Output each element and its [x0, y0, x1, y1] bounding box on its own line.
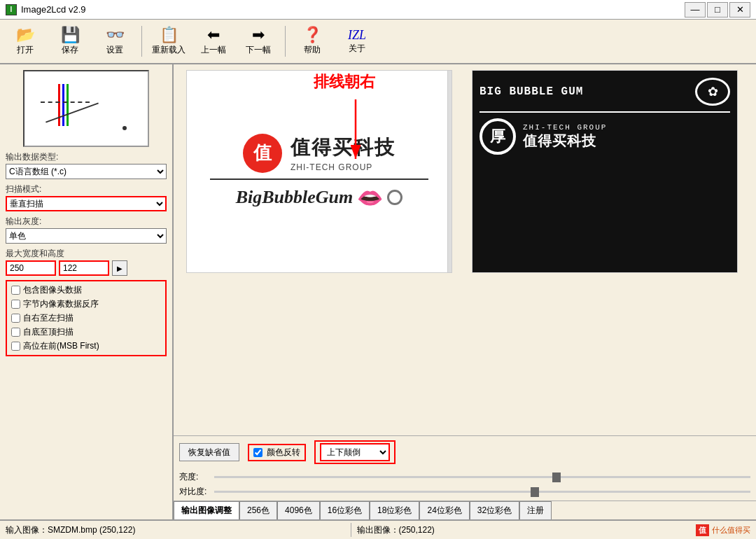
brightness-track[interactable] [214, 476, 750, 478]
maximize-button[interactable]: □ [707, 2, 728, 18]
contrast-track[interactable] [214, 491, 750, 493]
logo-icon: 值 [696, 524, 709, 536]
minimize-button[interactable]: — [685, 2, 706, 18]
preview-line-red [58, 84, 60, 126]
color-invert-group: 颜色反转 [248, 444, 306, 461]
help-icon: ❓ [303, 27, 322, 43]
next-icon: ➡ [252, 27, 265, 43]
help-button[interactable]: ❓ 帮助 [293, 23, 332, 59]
tab-256color[interactable]: 256色 [239, 501, 277, 519]
window-controls: — □ ✕ [685, 2, 750, 18]
prev-icon: ⬅ [207, 27, 220, 43]
tab-output-adjust[interactable]: 输出图像调整 [174, 501, 239, 519]
preview-line-green [66, 84, 69, 126]
save-button[interactable]: 💾 保存 [50, 23, 90, 59]
output-type-label: 输出数据类型: [6, 151, 167, 163]
right-icon: ✿ [695, 78, 730, 106]
contrast-thumb[interactable] [531, 487, 539, 497]
output-type-select[interactable]: C语言数组 (*.c)二进制文件 [6, 164, 167, 179]
preview-diagonal [46, 102, 99, 122]
close-button[interactable]: ✕ [729, 2, 750, 18]
status-divider [351, 523, 351, 537]
separator-line [210, 178, 428, 180]
preview-dashed-line [41, 102, 90, 103]
main-area: 输出数据类型: C语言数组 (*.c)二进制文件 扫描模式: 垂直扫描水平扫描 … [0, 64, 756, 519]
preview-box [23, 70, 149, 147]
restore-default-button[interactable]: 恢复缺省值 [179, 443, 239, 461]
max-size-inputs: ▶ [6, 260, 167, 276]
left-image: 值 值得买科技 ZHI-TECH GROUP BigBubbleGum 👄 [186, 70, 452, 273]
flip-group: 上下颠倒 左右翻转 旋转90° 无 [314, 440, 396, 464]
right-image-bottom: 厚 ZHI-TECH GROUP 值得买科技 [479, 118, 730, 155]
msb-first-input[interactable] [11, 342, 20, 351]
output-gray-select[interactable]: 单色4灰度16灰度 [6, 228, 167, 244]
tab-register[interactable]: 注册 [519, 501, 552, 519]
output-image-status: 输出图像：(250,122) [357, 524, 696, 536]
size-arrow-button[interactable]: ▶ [112, 260, 127, 276]
color-invert-checkbox[interactable] [253, 448, 262, 457]
tab-32bit[interactable]: 32位彩色 [470, 501, 519, 519]
left-panel: 输出数据类型: C语言数组 (*.c)二进制文件 扫描模式: 垂直扫描水平扫描 … [0, 64, 174, 519]
right-image-top: BIG BUBBLE GUM ✿ [479, 78, 730, 113]
brightness-thumb[interactable] [552, 472, 561, 482]
reload-label: 重新载入 [152, 44, 186, 56]
status-bar: 输入图像：SMZDM.bmp (250,122) 输出图像：(250,122) … [0, 519, 756, 539]
height-input[interactable] [59, 260, 109, 276]
logo-top: 值 值得买科技 ZHI-TECH GROUP [243, 134, 396, 173]
open-icon: 📂 [16, 27, 35, 43]
title-bar: I Image2Lcd v2.9 — □ ✕ [0, 0, 756, 20]
open-button[interactable]: 📂 打开 [6, 23, 45, 59]
msb-first-checkbox[interactable]: 高位在前(MSB First) [11, 340, 161, 352]
left-image-content: 值 值得买科技 ZHI-TECH GROUP BigBubbleGum 👄 [187, 71, 451, 272]
toolbar-divider [141, 26, 142, 57]
scan-mode-label: 扫描模式: [6, 183, 167, 195]
next-label: 下一幅 [246, 44, 271, 56]
logo-cn: 值得买科技 [290, 134, 396, 161]
settings-icon: 👓 [106, 27, 125, 43]
tab-4096color[interactable]: 4096色 [277, 501, 320, 519]
contrast-row: 对比度: [179, 486, 750, 498]
settings-button[interactable]: 👓 设置 [95, 23, 134, 59]
bottom-scan-input[interactable] [11, 328, 20, 337]
scan-mode-select[interactable]: 垂直扫描水平扫描 [6, 196, 167, 211]
help-label: 帮助 [304, 44, 321, 56]
width-input[interactable] [6, 260, 56, 276]
bottom-scan-checkbox[interactable]: 自底至顶扫描 [11, 326, 161, 338]
include-header-input[interactable] [11, 286, 20, 295]
prev-button[interactable]: ⬅ 上一幅 [194, 23, 233, 59]
include-header-checkbox[interactable]: 包含图像头数据 [11, 284, 161, 296]
about-icon: IZL [348, 29, 366, 41]
brightness-label: 亮度: [179, 471, 209, 483]
tab-18bit[interactable]: 18位彩色 [370, 501, 419, 519]
right-circle: 厚 [479, 118, 516, 155]
input-image-status: 输入图像：SMZDM.bmp (250,122) [6, 524, 345, 536]
controls-bar: 恢复缺省值 颜色反转 上下颠倒 左右翻转 旋转90° 无 [174, 435, 756, 468]
color-invert-label: 颜色反转 [267, 447, 300, 458]
bottom-tabs: 输出图像调整 256色 4096色 16位彩色 18位彩色 24位彩色 32位彩… [174, 500, 756, 519]
tab-16bit[interactable]: 16位彩色 [320, 501, 370, 519]
max-size-field: 最大宽度和高度 ▶ [6, 248, 167, 276]
settings-label: 设置 [106, 44, 123, 56]
save-icon: 💾 [61, 27, 80, 43]
byte-reverse-input[interactable] [11, 300, 20, 309]
reload-icon: 📋 [160, 27, 178, 43]
app-title: Image2Lcd v2.9 [21, 4, 685, 15]
sliders-area: 亮度: 对比度: [174, 468, 756, 500]
about-button[interactable]: IZL 关于 [337, 23, 377, 59]
toolbar-divider-2 [285, 26, 286, 57]
max-size-label: 最大宽度和高度 [6, 248, 167, 260]
rtl-scan-input[interactable] [11, 314, 20, 323]
tab-24bit[interactable]: 24位彩色 [419, 501, 469, 519]
flip-select[interactable]: 上下颠倒 左右翻转 旋转90° 无 [320, 443, 390, 461]
logo-en: ZHI-TECH GROUP [290, 162, 396, 172]
logo-circle: 值 [243, 134, 282, 173]
prev-label: 上一幅 [201, 44, 226, 56]
output-type-field: 输出数据类型: C语言数组 (*.c)二进制文件 [6, 151, 167, 179]
next-button[interactable]: ➡ 下一幅 [239, 23, 278, 59]
reload-button[interactable]: 📋 重新载入 [149, 23, 188, 59]
right-image: BIG BUBBLE GUM ✿ 厚 ZHI-TECH GROUP 值得买科技 [472, 70, 738, 273]
right-bottom-text: ZHI-TECH GROUP 值得买科技 [523, 123, 607, 150]
byte-reverse-checkbox[interactable]: 字节内像素数据反序 [11, 298, 161, 310]
rtl-scan-checkbox[interactable]: 自右至左扫描 [11, 312, 161, 324]
brightness-row: 亮度: [179, 471, 750, 483]
